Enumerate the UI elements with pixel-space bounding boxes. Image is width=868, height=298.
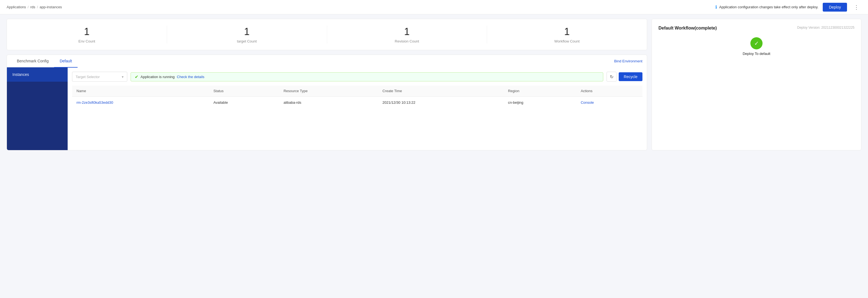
cell-name: rm-2ze3sft0ka53edd30 (72, 97, 209, 109)
more-button[interactable]: ⋮ (851, 3, 861, 11)
stats-card: 1 Env Count 1 target Count 1 Revision Co… (7, 19, 647, 50)
target-selector[interactable]: Target Selector ▾ (72, 72, 127, 82)
check-details-link[interactable]: Check the details (177, 75, 205, 79)
left-panel: 1 Env Count 1 target Count 1 Revision Co… (7, 19, 647, 151)
stat-target-count: 1 target Count (167, 26, 327, 43)
topbar-right: ℹ Application configuration changes take… (715, 3, 861, 11)
instances-toolbar: Target Selector ▾ ✔ Application is runni… (72, 72, 643, 82)
workflow-title: Default Workflow(complete) (658, 26, 717, 31)
cell-status: Available (209, 97, 279, 109)
workflow-step: ✓ Deploy To default (658, 37, 855, 56)
topbar: Applications / rds / app-instances ℹ App… (0, 0, 868, 14)
tab-content: Instances Target Selector ▾ ✔ Applicatio… (7, 67, 647, 151)
revision-count-value: 1 (327, 26, 487, 37)
info-message: Application configuration changes take e… (719, 5, 818, 9)
target-count-label: target Count (167, 39, 327, 43)
toolbar-right: ↻ Recycle (607, 72, 643, 82)
env-count-label: Env Count (7, 39, 167, 43)
workflow-count-value: 1 (487, 26, 647, 37)
cell-region: cn-beijing (503, 97, 576, 109)
col-create-time: Create Time (378, 86, 503, 97)
col-name: Name (72, 86, 209, 97)
console-link[interactable]: Console (581, 100, 594, 105)
target-selector-placeholder: Target Selector (75, 75, 100, 79)
tab-default[interactable]: Default (54, 55, 77, 68)
recycle-button[interactable]: Recycle (619, 72, 643, 81)
status-text: Application is running (141, 75, 175, 79)
sidebar-nav: Instances (7, 67, 68, 150)
breadcrumb-rds[interactable]: rds (30, 5, 35, 9)
col-status: Status (209, 86, 279, 97)
table-row: rm-2ze3sft0ka53edd30 Available alibaba-r… (72, 97, 643, 109)
stat-env-count: 1 Env Count (7, 26, 167, 43)
env-count-value: 1 (7, 26, 167, 37)
status-check-icon: ✔ (135, 74, 138, 79)
stat-revision-count: 1 Revision Count (327, 26, 487, 43)
main-content: 1 Env Count 1 target Count 1 Revision Co… (0, 14, 868, 155)
table-header-row: Name Status Resource Type Create Time Re… (72, 86, 643, 97)
deploy-version: Deploy Version: 202112300021322225 (797, 26, 855, 30)
info-icon: ℹ (715, 4, 717, 10)
target-count-value: 1 (167, 26, 327, 37)
revision-count-label: Revision Count (327, 39, 487, 43)
col-resource-type: Resource Type (279, 86, 378, 97)
step-check-icon: ✓ (750, 37, 763, 49)
refresh-icon: ↻ (610, 74, 614, 79)
deploy-button[interactable]: Deploy (823, 3, 847, 11)
instance-name-link[interactable]: rm-2ze3sft0ka53edd30 (76, 100, 113, 105)
refresh-button[interactable]: ↻ (607, 72, 617, 82)
instances-main: Target Selector ▾ ✔ Application is runni… (68, 67, 647, 150)
tabs-bar: Benchmark Config Default Bind Environmen… (7, 55, 647, 67)
chevron-down-icon: ▾ (122, 75, 124, 79)
col-actions: Actions (576, 86, 643, 97)
cell-actions: Console (576, 97, 643, 109)
stat-workflow-count: 1 Workflow Count (487, 26, 647, 43)
right-panel: Default Workflow(complete) Deploy Versio… (652, 19, 861, 151)
breadcrumb-app-instances: app-instances (39, 5, 62, 9)
info-banner: ℹ Application configuration changes take… (715, 4, 818, 10)
cell-create-time: 2021/12/30 10:13:22 (378, 97, 503, 109)
breadcrumb: Applications / rds / app-instances (7, 5, 62, 9)
sidebar-item-instances[interactable]: Instances (7, 67, 68, 82)
instances-table: Name Status Resource Type Create Time Re… (72, 86, 643, 108)
cell-resource-type: alibaba-rds (279, 97, 378, 109)
workflow-count-label: Workflow Count (487, 39, 647, 43)
step-label: Deploy To default (743, 52, 770, 56)
bind-environment-link[interactable]: Bind Environment (614, 59, 643, 63)
breadcrumb-applications[interactable]: Applications (7, 5, 26, 9)
status-badge: ✔ Application is running Check the detai… (131, 72, 603, 81)
instances-layout: Instances Target Selector ▾ ✔ Applicatio… (7, 67, 647, 150)
col-region: Region (503, 86, 576, 97)
tab-benchmark-config[interactable]: Benchmark Config (11, 55, 54, 68)
workflow-header: Default Workflow(complete) Deploy Versio… (658, 26, 855, 31)
